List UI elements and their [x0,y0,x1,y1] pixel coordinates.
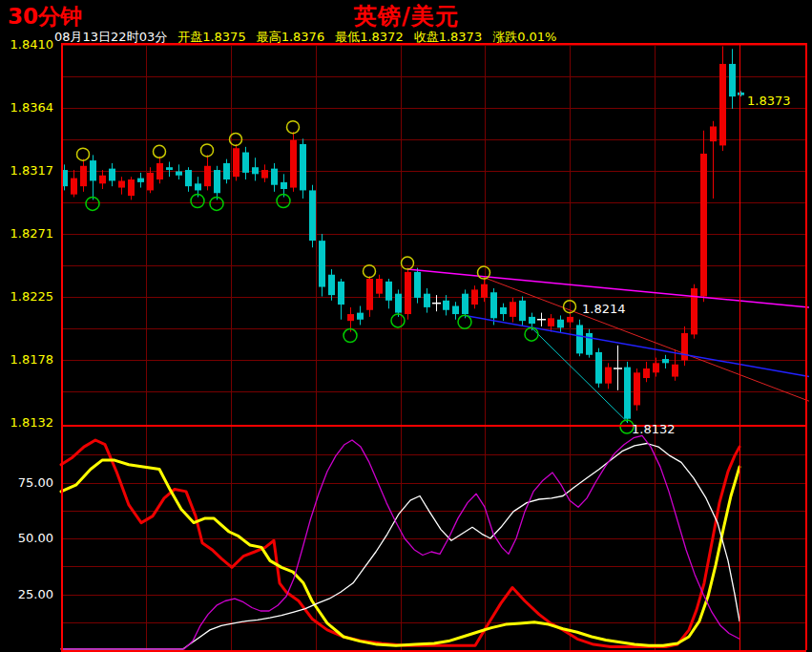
candle-body [519,301,526,321]
candle-body [128,179,135,196]
candle-body [662,359,669,363]
candle-body [634,372,640,405]
candle-body [500,307,507,314]
candle-body [376,279,383,294]
sell-signal-icon [364,265,376,278]
sell-signal-icon [201,144,214,157]
candle-body [309,190,316,241]
candle-body [672,365,678,377]
candle-body [347,314,354,321]
candle-body [490,292,497,318]
price-annotation: 1.8132 [632,422,676,436]
candle-body [80,166,87,186]
candle-body [586,333,593,355]
candle-body [166,167,173,170]
candle-body [147,173,154,191]
candle-body [176,171,182,175]
chart-frame [61,43,806,651]
candle-body [510,302,516,317]
candle-body [653,363,659,372]
candle-body [738,93,744,95]
candle-body [366,279,373,310]
candle-body [395,294,402,313]
candle-body [462,294,468,314]
oscillator-fast-line-magenta [61,435,739,648]
candle-body [185,170,192,186]
trendline-lower-channel[interactable] [465,315,809,376]
price-annotation: 1.8214 [582,302,626,316]
candle-body [252,167,259,174]
sell-signal-icon [154,145,166,158]
chart-window: 30分钟 英镑/美元 08月13日22时03分开盘1.8375最高1.8376最… [0,0,812,652]
candle-body [424,294,430,307]
candle-body [471,289,478,305]
candle-body [281,182,287,189]
candle-body [328,275,335,295]
candle-body [195,183,201,190]
candle-body [557,320,564,328]
candle-body [681,333,688,360]
candle-body [319,241,325,286]
candle-body [90,160,96,180]
candle-body [271,169,278,185]
candle-body [710,126,717,141]
candle-body [99,176,106,184]
sell-signal-icon [77,148,90,160]
candle-body [156,163,163,179]
candle-body [700,154,707,297]
candle-body [624,368,631,419]
candle-body [338,282,344,305]
grid-lines [61,43,806,650]
oscillator-slow-line-red [61,440,739,647]
candle-body [729,64,736,96]
candle-body [214,170,220,193]
candle-body [242,153,249,173]
candle-body [118,180,125,187]
candle-body [576,325,583,353]
price-annotation: 1.8373 [747,94,791,108]
candle-body [385,282,392,301]
sell-signal-icon [287,121,300,134]
candle-body [290,140,297,188]
chart-canvas[interactable] [0,0,812,652]
candle-body [643,368,650,378]
candle-body [548,318,554,326]
candle-body [719,64,726,145]
candle-body [595,352,602,384]
candle-body [691,288,697,334]
candle-body [443,301,449,310]
candle-body [405,272,411,314]
candle-body [204,166,211,186]
candle-body [414,272,421,298]
candle-body [567,317,573,323]
candle-body [529,317,535,324]
oscillator-curves [61,435,739,648]
candle-body [233,148,239,177]
candle-body [137,179,144,182]
candle-body [300,144,306,190]
candle-body [357,313,364,320]
candle-body [223,163,230,179]
candle-body [452,305,459,314]
candle-body [605,368,612,384]
candle-body [481,284,488,298]
candle-body [71,179,77,195]
candle-body [109,169,115,181]
candle-body [261,170,268,179]
trendline-falling-resistance[interactable] [484,278,809,402]
sell-signal-icon [402,257,414,269]
oscillator-slow-line-yellow [61,460,739,645]
